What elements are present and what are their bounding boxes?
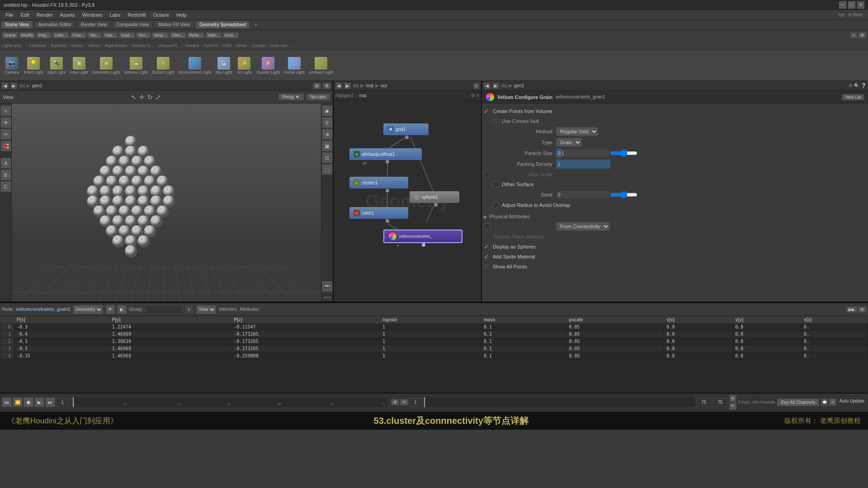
play-btn[interactable]: ▶	[34, 397, 44, 407]
tool-ambient-light[interactable]: ○ Ambient Light	[307, 56, 335, 75]
section-physical[interactable]: ▶ Physical Attributes	[484, 214, 866, 219]
tab-composite-view[interactable]: Composite View	[112, 21, 153, 28]
spreadsheet-filter-btn[interactable]: ▾	[184, 305, 193, 314]
node-color1-out-port[interactable]	[386, 219, 389, 223]
left-tool-snap[interactable]: 🧲	[0, 141, 11, 151]
gear-shelf-btn[interactable]: ⚙	[858, 32, 866, 38]
tool-area-light[interactable]: ▣ Area Light	[68, 56, 90, 75]
right-tool-3[interactable]: ⊕	[322, 129, 333, 140]
right-tool-camera[interactable]: 📷	[322, 281, 333, 292]
col-px[interactable]: P[x]	[14, 316, 109, 324]
checkbox-jitter[interactable]	[484, 171, 490, 178]
node-vellum1[interactable]: vellumconstraints_	[383, 230, 462, 243]
col-vz[interactable]: v[z]	[801, 316, 868, 324]
cam-button[interactable]: No cam	[307, 94, 330, 100]
refresh-btn[interactable]: ↺	[829, 399, 836, 406]
select-type[interactable]: Grain	[556, 138, 582, 147]
cat-reds[interactable]: Reds...	[187, 32, 205, 38]
right-tool-6[interactable]: ⬚	[322, 164, 333, 175]
cat-simp[interactable]: Simp...	[151, 32, 169, 38]
tool-geometry-light[interactable]: ◈ Geometry Light	[90, 56, 122, 75]
cat-terr[interactable]: Terr...	[136, 32, 151, 38]
checkbox-display-spheres[interactable]: ✓	[484, 243, 493, 250]
left-tool-view[interactable]: 👁	[0, 117, 11, 128]
middle-nav-back[interactable]: ◀	[335, 83, 342, 89]
spreadsheet-scroll[interactable]: P[x] P[y] P[z] isgrain mass pscale v[x] …	[0, 316, 868, 393]
menu-help[interactable]: Help	[173, 11, 190, 19]
viewport-3d[interactable]: ↖ 👁 ✏ 🧲 A B C ◉ ⚲ ⊕ ▦ ☷ ⬚ 📷 XYZ	[0, 103, 333, 301]
select-method[interactable]: Regular Grid	[556, 127, 598, 136]
cat-defo[interactable]: Defo...	[52, 32, 69, 38]
menu-assets[interactable]: Assets	[57, 11, 79, 19]
menu-redshift[interactable]: Redshift	[124, 11, 149, 19]
node-grid1[interactable]: ▦ grid1	[383, 123, 429, 135]
tool-sky-light[interactable]: 🌤 Sky Light	[213, 56, 234, 75]
tool-camera[interactable]: 📷 Camera	[2, 56, 22, 75]
packing-density-bar[interactable]: 1	[556, 160, 610, 169]
checkbox-create-points[interactable]: ✓	[484, 108, 493, 115]
seed-slider[interactable]	[610, 191, 637, 198]
close-button[interactable]: ✕	[857, 1, 864, 9]
nav-obj[interactable]: obj	[19, 83, 25, 88]
col-mass[interactable]: mass	[481, 316, 566, 324]
cat-scene[interactable]: Scene	[2, 32, 18, 38]
props-nav-obj[interactable]: obj	[501, 83, 507, 88]
tool-point-light[interactable]: 💡 Point Light	[22, 56, 45, 75]
tool-portal-light[interactable]: ⬚ Portal Light	[282, 56, 307, 75]
right-tool-1[interactable]: ◉	[322, 105, 333, 116]
props-nav-forward[interactable]: ▶	[492, 83, 499, 89]
play-start-btn[interactable]: ⏮	[2, 397, 12, 407]
node-sphere1[interactable]: sphere1	[410, 191, 459, 203]
cat-octa[interactable]: Octa...	[222, 32, 239, 38]
cat-hair[interactable]: Hair...	[103, 32, 118, 38]
add-tab-button[interactable]: +	[251, 21, 260, 29]
nav-geo1[interactable]: geo1	[32, 83, 42, 88]
tool-gi-light[interactable]: ✨ GI Light	[234, 56, 254, 75]
node-color1[interactable]: C color1	[349, 207, 408, 219]
seed-bar[interactable]: 0	[556, 190, 610, 199]
chat-btn[interactable]: 💬	[821, 399, 828, 406]
camera-select[interactable]: Persp ▼	[278, 94, 304, 100]
middle-add-btn[interactable]: +	[473, 83, 479, 89]
middle-nav-forward[interactable]: ▶	[344, 83, 351, 89]
frame-start-input[interactable]	[409, 398, 422, 407]
add-shelf-btn[interactable]: +	[850, 32, 857, 38]
checkbox-show-all-points[interactable]: □	[484, 263, 493, 270]
tool-spot-light[interactable]: 🔦 Spot Light	[46, 56, 68, 75]
timeline-icon-2[interactable]: ↻	[729, 403, 736, 410]
tool-distant-light[interactable]: ☀ Distant Light	[150, 56, 176, 75]
node-grid1-out-port[interactable]	[405, 136, 409, 139]
checkbox-use-convex[interactable]: □	[493, 117, 502, 125]
node-vellum1-out-port[interactable]	[422, 243, 425, 247]
spreadsheet-mode-select[interactable]: Geometry	[73, 305, 103, 314]
tab-geometry-spreadsheet[interactable]: Geometry Spreadsheet	[195, 21, 250, 28]
left-tool-select[interactable]: ↖	[0, 105, 11, 116]
particle-size-bar[interactable]: 0.1	[556, 149, 610, 158]
timeline-icon-1[interactable]: ⚙	[729, 395, 736, 402]
frame-total-input[interactable]	[713, 398, 727, 407]
spreadsheet-settings-btn[interactable]: ⚙	[858, 306, 866, 313]
cat-tech[interactable]: Tec...	[87, 32, 102, 38]
tab-animation-editor[interactable]: Animation Editor	[34, 21, 75, 28]
spreadsheet-group-input[interactable]	[146, 305, 182, 314]
translate-tool[interactable]: ✛	[139, 94, 145, 101]
minimize-button[interactable]: ─	[839, 1, 846, 9]
right-tool-4[interactable]: ▦	[322, 141, 333, 151]
play-prev-btn[interactable]: ⏪	[13, 397, 23, 407]
left-tool-a[interactable]: A	[0, 158, 11, 169]
menu-windows[interactable]: Windows	[79, 11, 106, 19]
left-tool-c[interactable]: C	[0, 181, 11, 192]
maximize-button[interactable]: □	[848, 1, 855, 9]
col-pscale[interactable]: pscale	[566, 316, 664, 324]
select-define-pieces[interactable]: From Connectivity	[556, 222, 610, 231]
node-cluster1[interactable]: C cluster1	[349, 177, 408, 188]
frame-bar[interactable]: 1 12 24 36 48 60 72	[72, 397, 387, 408]
cat-guide[interactable]: Guid...	[118, 32, 135, 38]
props-take-list[interactable]: Take List	[842, 94, 864, 100]
menu-octane[interactable]: Octane	[150, 11, 173, 19]
node-sphere1-out-port[interactable]	[434, 203, 438, 206]
col-vy[interactable]: v[y]	[732, 316, 801, 324]
spreadsheet-more-btn[interactable]: ▶▶	[846, 306, 857, 313]
cat-char[interactable]: Char...	[70, 32, 87, 38]
select-tool[interactable]: ↖	[131, 94, 137, 101]
